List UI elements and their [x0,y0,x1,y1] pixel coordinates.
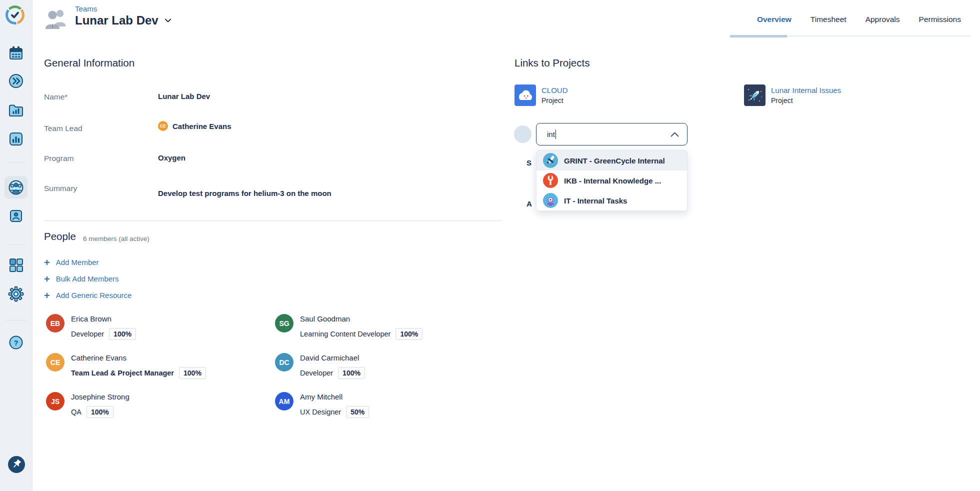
sidebar-divider [6,244,26,245]
project-link-cloud[interactable]: CLOUD Project [514,84,568,106]
bar-chart-icon[interactable] [8,130,24,148]
tab-timesheet[interactable]: Timesheet [810,15,846,24]
pin-icon[interactable] [8,456,26,474]
svg-text:?: ? [14,338,18,347]
field-label-name: Name* [44,92,68,102]
help-icon[interactable]: ? [8,334,24,351]
project-reports-icon[interactable] [8,102,24,118]
tab-overview[interactable]: Overview [757,15,792,24]
links-to-projects-title: Links to Projects [514,57,590,69]
plus-icon: + [44,258,50,266]
people-subtitle: 6 members (all active) [83,235,150,242]
add-generic-resource-button[interactable]: + Add Generic Resource [44,291,132,300]
allocation-badge: 100% [86,406,114,418]
project-type: Project [542,96,568,104]
obscured-text-fragment: A [526,200,532,208]
avatar: JS [46,392,64,410]
tools-project-avatar [543,153,558,168]
add-member-label: Add Member [56,258,99,266]
obscured-text-fragment: S [526,158,532,167]
breadcrumb-teams[interactable]: Teams [75,4,97,13]
project-search-value: int [547,130,555,138]
member-row: CE Catherine Evans Team Lead & Project M… [46,353,281,379]
dropdown-option-it[interactable]: IT - Internal Tasks [536,190,687,210]
calendar-icon[interactable] [8,44,24,62]
project-link-lunar-internal-issues[interactable]: Lunar Internal Issues Project [744,84,841,106]
tab-permissions[interactable]: Permissions [919,15,961,24]
rocket-project-avatar [744,84,766,106]
member-name: Amy Mitchell [300,392,369,401]
allocation-badge: 100% [338,367,365,379]
avatar: SG [275,314,294,332]
cloud-project-avatar [514,84,536,106]
member-name: David Carmichael [300,354,365,362]
add-generic-resource-label: Add Generic Resource [56,291,132,300]
title-chevron-down-icon[interactable] [164,16,172,24]
team-people-avatar [45,6,68,30]
project-search-dropdown: GRINT - GreenCycle Internal IKB - Intern… [536,150,688,211]
field-label-team-lead: Team Lead [44,124,82,133]
avatar: EB [46,314,64,332]
member-name: Josephine Strong [71,392,130,401]
project-name[interactable]: Lunar Internal Issues [771,86,841,94]
field-value-summary: Develop test programs for helium-3 on th… [158,189,332,198]
teams-overview-page: ? Teams Lunar Lab Dev Overview Timesheet… [0,0,980,491]
tab-approvals[interactable]: Approvals [866,15,900,24]
member-row: DC David Carmichael Developer 100% [275,353,510,379]
field-value-name: Lunar Lab Dev [158,92,210,100]
member-role: Developer [300,369,333,377]
member-row: SG Saul Goodman Learning Content Develop… [275,314,510,340]
avatar: CE [46,353,64,372]
member-row: JS Josephine Strong QA 100% [46,392,281,418]
settings-gear-icon[interactable] [8,286,24,302]
member-name: Saul Goodman [300,314,422,323]
tempo-check-icon [8,8,22,22]
project-search-input[interactable]: int [536,123,688,146]
people-title: People [44,230,76,242]
member-row: AM Amy Mitchell UX Designer 50% [275,392,510,418]
page-title: Lunar Lab Dev [75,14,158,28]
dropdown-option-grint[interactable]: GRINT - GreenCycle Internal [536,150,687,170]
avatar: DC [275,353,294,372]
plus-icon: + [44,275,50,283]
project-type: Project [771,96,841,104]
dropdown-option-label: IKB - Internal Knowledge ... [564,176,661,185]
fast-forward-icon[interactable] [8,72,24,90]
member-name: Erica Brown [71,314,136,323]
tempo-logo[interactable] [2,2,28,28]
member-row: EB Erica Brown Developer 100% [46,314,281,340]
project-avatar-placeholder [514,126,532,143]
allocation-badge: 100% [396,328,422,340]
wrench-project-avatar [543,173,558,188]
sidebar-divider [6,320,26,320]
section-divider [44,220,502,221]
tab-underline-track [787,36,970,36]
robot-project-avatar [543,193,558,208]
allocation-badge: 100% [109,328,136,340]
plus-icon: + [44,292,50,300]
allocation-badge: 100% [179,367,206,379]
member-role: UX Designer [300,408,341,416]
bulk-add-members-button[interactable]: + Bulk Add Members [44,274,119,283]
field-label-program: Program [44,154,74,163]
member-role: QA [71,408,82,416]
field-value-program: Oxygen [158,154,186,162]
resource-profile-icon[interactable] [8,208,24,224]
teams-icon[interactable] [8,179,24,196]
general-information-title: General Information [44,57,134,69]
active-tab-indicator [730,35,787,38]
chevron-up-icon[interactable] [670,132,679,137]
field-label-summary: Summary [44,184,77,193]
dropdown-option-label: GRINT - GreenCycle Internal [564,156,665,165]
project-name[interactable]: CLOUD [542,86,568,94]
tab-bar: Overview Timesheet Approvals Permissions [757,15,961,24]
dropdown-option-ikb[interactable]: IKB - Internal Knowledge ... [536,170,687,190]
sidebar: ? [0,0,32,491]
allocation-badge: 50% [346,406,369,418]
add-member-button[interactable]: + Add Member [44,258,99,266]
text-cursor [556,130,556,139]
team-lead-name: Catherine Evans [172,122,232,130]
member-role: Developer [71,330,104,338]
apps-grid-icon[interactable] [8,256,24,274]
field-value-team-lead: CE Catherine Evans [158,121,232,131]
